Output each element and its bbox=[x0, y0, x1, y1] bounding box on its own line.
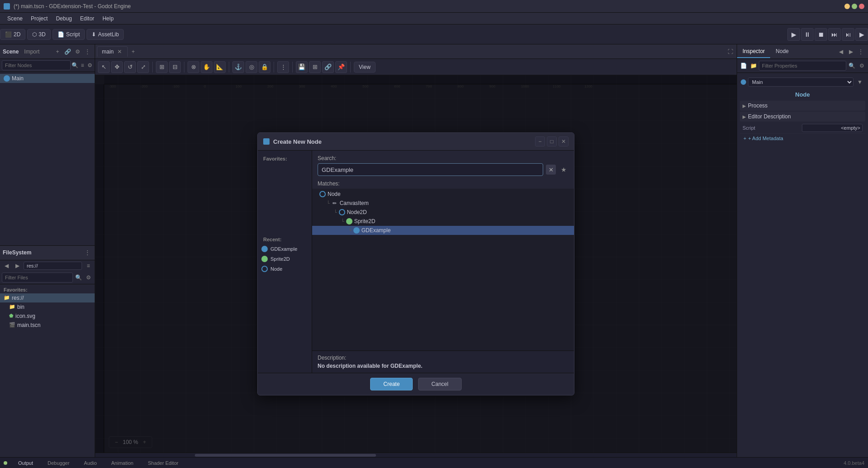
play-custom-btn[interactable]: ▶ bbox=[855, 28, 868, 41]
scale-tool-btn[interactable]: ⤢ bbox=[137, 61, 149, 73]
inspector-options[interactable]: ⋮ bbox=[856, 47, 865, 56]
view-3d-btn[interactable]: ⬡ 3D bbox=[27, 29, 50, 40]
fs-view-toggle[interactable]: ≡ bbox=[84, 261, 93, 270]
node-tab[interactable]: Node bbox=[770, 45, 794, 58]
inspector-folder-btn[interactable]: 📁 bbox=[749, 61, 758, 70]
recent-item-gdexample[interactable]: GDExample bbox=[258, 244, 312, 254]
expand-all-btn[interactable]: ≡ bbox=[79, 61, 86, 70]
create-button[interactable]: Create bbox=[370, 378, 413, 390]
match-canvasitem[interactable]: └ ✏ CanvasItem bbox=[312, 199, 574, 208]
fs-item-res[interactable]: 📁 res:// bbox=[0, 293, 95, 302]
menu-help[interactable]: Help bbox=[99, 15, 117, 23]
pause-btn[interactable]: ⏸ bbox=[801, 28, 814, 41]
search-star-btn[interactable]: ★ bbox=[559, 165, 569, 175]
menu-project[interactable]: Project bbox=[27, 15, 51, 23]
pivot-btn[interactable]: ◎ bbox=[246, 61, 257, 73]
inspector-history-fwd[interactable]: ▶ bbox=[846, 47, 855, 56]
search-clear-btn[interactable]: ✕ bbox=[546, 165, 556, 175]
filter-nodes-input[interactable] bbox=[2, 60, 71, 70]
search-node-btn[interactable]: 🔍 bbox=[72, 61, 78, 70]
search-input[interactable] bbox=[318, 163, 543, 176]
ruler-tool-btn[interactable]: 📐 bbox=[214, 61, 226, 73]
play-btn[interactable]: ▶ bbox=[787, 28, 800, 41]
lock-btn[interactable]: 🔒 bbox=[259, 61, 270, 73]
filter-files-options[interactable]: ⚙ bbox=[84, 273, 93, 282]
play-scene-btn[interactable]: ⏯ bbox=[842, 28, 854, 41]
scene-tab[interactable]: Scene bbox=[3, 49, 19, 55]
fs-item-icon[interactable]: ⬟ icon.svg bbox=[0, 312, 95, 321]
viewport-fullscreen-btn[interactable]: ⛶ bbox=[726, 47, 735, 56]
fs-back-btn[interactable]: ◀ bbox=[2, 261, 11, 270]
dialog-max-btn[interactable]: □ bbox=[547, 136, 557, 146]
link-btn[interactable]: 🔗 bbox=[63, 47, 72, 56]
view-btn[interactable]: View bbox=[354, 62, 376, 73]
assetlib-btn[interactable]: ⬇ AssetLib bbox=[87, 29, 124, 40]
lock-children-btn[interactable]: 🔗 bbox=[322, 61, 334, 73]
import-tab[interactable]: Import bbox=[20, 49, 43, 55]
process-section[interactable]: ▶ Process bbox=[740, 101, 865, 111]
add-metadata-btn[interactable]: + + Add Metadata bbox=[740, 134, 865, 143]
pan-tool-btn[interactable]: ✋ bbox=[201, 61, 212, 73]
bottom-tab-output[interactable]: Output bbox=[14, 459, 37, 467]
close-btn[interactable] bbox=[859, 4, 864, 9]
menu-scene[interactable]: Scene bbox=[4, 15, 26, 23]
cancel-button[interactable]: Cancel bbox=[418, 378, 461, 390]
property-filter-input[interactable] bbox=[759, 61, 846, 71]
filter-files-search[interactable]: 🔍 bbox=[74, 273, 83, 282]
move-tool-btn[interactable]: ✥ bbox=[111, 61, 123, 73]
tree-item-main[interactable]: Main bbox=[0, 74, 95, 83]
inspector-file-btn[interactable]: 📄 bbox=[739, 61, 748, 70]
viewport[interactable]: -300 -200 -100 0 100 200 300 400 500 600… bbox=[95, 75, 737, 453]
filter-options-btn[interactable]: ⚙ bbox=[857, 61, 866, 70]
view-2d-btn[interactable]: ⬛ 2D bbox=[0, 29, 25, 40]
scene-options-btn[interactable]: ⋮ bbox=[83, 47, 92, 56]
scene-selector-dropdown[interactable]: Main bbox=[748, 78, 854, 87]
h-scrollbar-thumb[interactable] bbox=[195, 454, 376, 457]
recent-item-sprite2d[interactable]: Sprite2D bbox=[258, 254, 312, 264]
inspector-history-back[interactable]: ◀ bbox=[836, 47, 845, 56]
bottom-tab-audio[interactable]: Audio bbox=[80, 459, 100, 467]
dialog-close-btn[interactable]: ✕ bbox=[559, 136, 569, 146]
inspector-tab[interactable]: Inspector bbox=[737, 45, 770, 58]
tab-add-btn[interactable]: + bbox=[128, 46, 139, 57]
tab-close-btn[interactable]: ✕ bbox=[116, 49, 123, 55]
match-node[interactable]: Node bbox=[312, 190, 574, 199]
bottom-tab-shader[interactable]: Shader Editor bbox=[144, 459, 182, 467]
dialog-min-btn[interactable]: − bbox=[535, 136, 545, 146]
snap-options-btn[interactable]: ⊞ bbox=[309, 61, 321, 73]
menu-editor[interactable]: Editor bbox=[77, 15, 98, 23]
select-tool-btn[interactable]: ↖ bbox=[98, 61, 110, 73]
menu-debug[interactable]: Debug bbox=[52, 15, 75, 23]
save-layout-btn[interactable]: 💾 bbox=[296, 61, 308, 73]
recent-item-node[interactable]: Node bbox=[258, 264, 312, 274]
fs-item-bin[interactable]: 📁 bin bbox=[0, 302, 95, 312]
match-node2d[interactable]: └ Node2D bbox=[312, 208, 574, 217]
more-tools-btn[interactable]: ⋮ bbox=[277, 61, 289, 73]
match-gdexample[interactable]: └ GDExample bbox=[312, 226, 574, 235]
bottom-tab-debugger[interactable]: Debugger bbox=[44, 459, 73, 467]
anchor-btn[interactable]: ⚓ bbox=[232, 61, 244, 73]
h-scrollbar[interactable] bbox=[95, 453, 737, 457]
scene-selector-arrow[interactable]: ▼ bbox=[855, 78, 864, 87]
maximize-btn[interactable] bbox=[852, 4, 857, 9]
fs-item-main[interactable]: 🎬 main.tscn bbox=[0, 321, 95, 330]
smart-snap-btn[interactable]: ⊞ bbox=[156, 61, 168, 73]
match-sprite2d[interactable]: └ Sprite2D bbox=[312, 217, 574, 226]
script-prop-value[interactable]: <empty> bbox=[802, 124, 863, 132]
filter-files-input[interactable] bbox=[2, 273, 73, 283]
tab-main[interactable]: main ✕ bbox=[97, 46, 128, 57]
rotate-tool-btn[interactable]: ↺ bbox=[124, 61, 136, 73]
transform-btn[interactable]: 📌 bbox=[335, 61, 347, 73]
editor-description-section[interactable]: ▶ Editor Description bbox=[740, 112, 865, 122]
step-btn[interactable]: ⏭ bbox=[828, 28, 841, 41]
stop-btn[interactable]: ⏹ bbox=[815, 28, 827, 41]
fs-options-btn[interactable]: ⋮ bbox=[83, 248, 92, 257]
filter-scene-btn[interactable]: ⚙ bbox=[73, 47, 82, 56]
script-btn[interactable]: 📄 Script bbox=[53, 29, 85, 40]
minimize-btn[interactable] bbox=[844, 4, 850, 9]
scene-groups-btn[interactable]: ⚙ bbox=[87, 61, 93, 70]
bone-tool-btn[interactable]: ⊗ bbox=[188, 61, 199, 73]
fs-forward-btn[interactable]: ▶ bbox=[13, 261, 22, 270]
bottom-tab-animation[interactable]: Animation bbox=[108, 459, 137, 467]
filter-search-btn[interactable]: 🔍 bbox=[847, 61, 856, 70]
